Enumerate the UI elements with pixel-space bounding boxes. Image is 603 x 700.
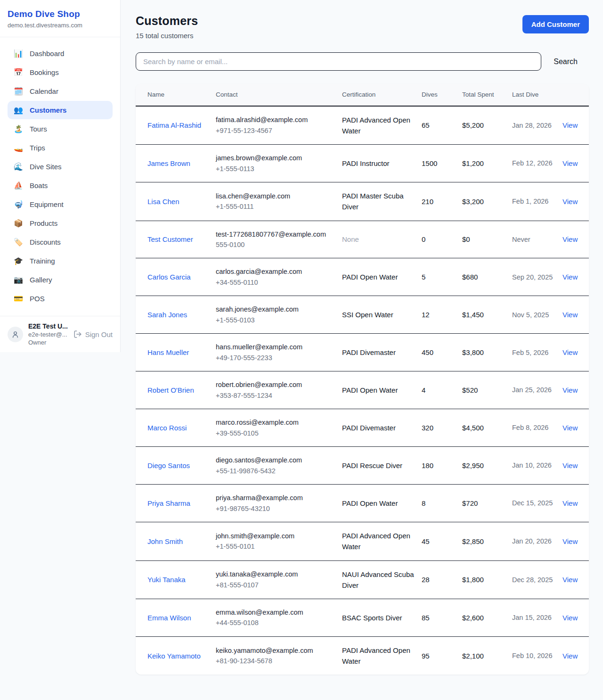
customer-total-spent: $680 — [462, 258, 512, 296]
table-row: Hans Mueller hans.mueller@example.com +4… — [136, 334, 589, 371]
customer-phone: +81-90-1234-5678 — [216, 656, 335, 666]
add-customer-button[interactable]: Add Customer — [522, 15, 589, 33]
view-customer-link[interactable]: View — [562, 235, 578, 243]
table-row: Lisa Chen lisa.chen@example.com +1-555-0… — [136, 182, 589, 221]
view-customer-link[interactable]: View — [562, 273, 578, 281]
shop-name: Demo Dive Shop — [8, 9, 113, 19]
customer-name-link[interactable]: Diego Santos — [147, 461, 190, 469]
sidebar-item-equipment[interactable]: 🤿 Equipment — [8, 195, 113, 214]
sidebar-item-training[interactable]: 🎓 Training — [8, 252, 113, 270]
trips-icon: 🚤 — [13, 143, 24, 152]
view-customer-link[interactable]: View — [562, 614, 578, 622]
customer-name-link[interactable]: Sarah Jones — [147, 311, 187, 319]
customer-name-link[interactable]: Priya Sharma — [147, 499, 190, 507]
sidebar-item-bookings[interactable]: 📅 Bookings — [8, 63, 113, 82]
view-customer-link[interactable]: View — [562, 121, 578, 129]
customer-total-spent: $1,800 — [462, 560, 512, 599]
search-button[interactable]: Search — [541, 58, 589, 66]
column-header-certification: Certification — [342, 84, 422, 106]
customer-name-link[interactable]: Fatima Al-Rashid — [147, 121, 201, 129]
customer-total-spent: $5,200 — [462, 106, 512, 145]
customer-email: keiko.yamamoto@example.com — [216, 645, 335, 656]
sidebar-item-label: Products — [30, 219, 57, 227]
sidebar-item-tours[interactable]: 🏝️ Tours — [8, 120, 113, 138]
customer-last-dive: Dec 28, 2025 — [512, 560, 562, 599]
sidebar-item-discounts[interactable]: 🏷️ Discounts — [8, 233, 113, 251]
table-row: Diego Santos diego.santos@example.com +5… — [136, 447, 589, 485]
sidebar-item-calendar[interactable]: 🗓️ Calendar — [8, 82, 113, 100]
customer-name-link[interactable]: Carlos Garcia — [147, 273, 191, 281]
customer-name-link[interactable]: Test Customer — [147, 235, 193, 243]
sidebar-item-customers[interactable]: 👥 Customers — [8, 101, 113, 119]
view-customer-link[interactable]: View — [562, 461, 578, 469]
customer-certification: PADI Divemaster — [342, 409, 422, 447]
sign-out-button[interactable]: Sign Out — [73, 330, 113, 338]
view-customer-link[interactable]: View — [562, 348, 578, 356]
sidebar-item-dive-sites[interactable]: 🌊 Dive Sites — [8, 157, 113, 176]
view-customer-link[interactable]: View — [562, 424, 578, 432]
customer-phone: +49-170-555-2233 — [216, 353, 335, 363]
customer-name-link[interactable]: Marco Rossi — [147, 424, 187, 432]
customer-total-spent: $520 — [462, 371, 512, 409]
pos-icon: 💳 — [13, 294, 24, 303]
view-customer-link[interactable]: View — [562, 499, 578, 507]
customer-dives: 28 — [422, 560, 462, 599]
table-row: Robert O'Brien robert.obrien@example.com… — [136, 371, 589, 409]
customer-email: yuki.tanaka@example.com — [216, 569, 335, 579]
view-customer-link[interactable]: View — [562, 537, 578, 545]
view-customer-link[interactable]: View — [562, 159, 578, 167]
customer-dives: 45 — [422, 522, 462, 561]
customer-email: hans.mueller@example.com — [216, 342, 335, 352]
customer-certification: SSI Open Water — [342, 296, 422, 334]
customer-name-link[interactable]: Robert O'Brien — [147, 386, 194, 394]
sidebar-item-trips[interactable]: 🚤 Trips — [8, 139, 113, 157]
customer-phone: +1-555-0113 — [216, 164, 335, 174]
table-row: Emma Wilson emma.wilson@example.com +44-… — [136, 599, 589, 637]
customer-email: priya.sharma@example.com — [216, 493, 335, 503]
sidebar-item-pos[interactable]: 💳 POS — [8, 289, 113, 308]
view-customer-link[interactable]: View — [562, 386, 578, 394]
customer-name-link[interactable]: Emma Wilson — [147, 614, 191, 622]
column-header-total-spent: Total Spent — [462, 84, 512, 106]
sidebar-item-label: Dashboard — [30, 49, 64, 58]
boats-icon: ⛵ — [13, 181, 24, 190]
customer-name-link[interactable]: Keiko Yamamoto — [147, 652, 201, 660]
view-customer-link[interactable]: View — [562, 311, 578, 319]
customer-name-link[interactable]: Yuki Tanaka — [147, 576, 186, 584]
sidebar-item-products[interactable]: 📦 Products — [8, 214, 113, 232]
customer-last-dive: Feb 12, 2026 — [512, 145, 562, 182]
table-row: James Brown james.brown@example.com +1-5… — [136, 145, 589, 182]
customer-count: 15 total customers — [136, 32, 198, 40]
customer-dives: 95 — [422, 636, 462, 675]
sidebar-item-dashboard[interactable]: 📊 Dashboard — [8, 44, 113, 63]
avatar — [8, 327, 23, 342]
customer-email: carlos.garcia@example.com — [216, 266, 335, 277]
table-row: Priya Sharma priya.sharma@example.com +9… — [136, 485, 589, 522]
customer-certification: NAUI Advanced Scuba Diver — [342, 560, 422, 599]
customer-name-link[interactable]: Lisa Chen — [147, 198, 179, 206]
table-row: John Smith john.smith@example.com +1-555… — [136, 522, 589, 561]
view-customer-link[interactable]: View — [562, 652, 578, 660]
main-content: Customers 15 total customers Add Custome… — [121, 0, 603, 687]
customer-email: diego.santos@example.com — [216, 455, 335, 465]
page-header: Customers 15 total customers Add Custome… — [136, 14, 589, 40]
search-input[interactable] — [136, 52, 541, 71]
customer-name-link[interactable]: Hans Mueller — [147, 348, 189, 356]
customer-name-link[interactable]: John Smith — [147, 537, 183, 545]
search-bar: Search — [136, 52, 589, 71]
sidebar-item-boats[interactable]: ⛵ Boats — [8, 176, 113, 195]
view-customer-link[interactable]: View — [562, 198, 578, 206]
customer-email: lisa.chen@example.com — [216, 191, 335, 201]
customer-phone: +44-555-0108 — [216, 618, 335, 628]
sidebar-item-label: Discounts — [30, 238, 61, 246]
user-info: E2E Test U... e2e-tester@... Owner — [28, 322, 68, 346]
discounts-icon: 🏷️ — [13, 238, 24, 247]
view-customer-link[interactable]: View — [562, 576, 578, 584]
customer-total-spent: $1,450 — [462, 296, 512, 334]
customer-certification: PADI Open Water — [342, 371, 422, 409]
customers-table: NameContactCertificationDivesTotal Spent… — [136, 84, 589, 675]
page-title: Customers — [136, 14, 198, 28]
sidebar-item-gallery[interactable]: 📷 Gallery — [8, 271, 113, 289]
sidebar-item-label: Customers — [30, 106, 66, 114]
customer-name-link[interactable]: James Brown — [147, 159, 190, 167]
